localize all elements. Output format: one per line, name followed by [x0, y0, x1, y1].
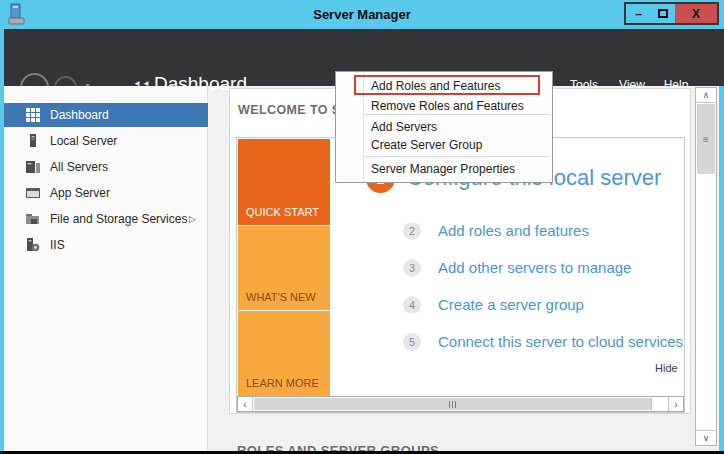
app-server-icon	[26, 186, 40, 200]
sidebar-item-file-and-storage-services[interactable]: File and Storage Services ▷	[4, 207, 208, 231]
sidebar-item-label: File and Storage Services	[50, 212, 187, 226]
hide-link[interactable]: Hide	[655, 362, 678, 374]
window-border-left	[0, 29, 4, 451]
menu-item-remove-roles-and-features[interactable]: Remove Roles and Features	[371, 97, 524, 115]
iis-icon	[26, 238, 40, 252]
maximize-button[interactable]	[651, 2, 677, 25]
horizontal-scroll-thumb[interactable]	[254, 398, 652, 410]
vertical-scrollbar[interactable]: ∧ ≡ ∨	[695, 87, 717, 446]
menu-item-add-servers[interactable]: Add Servers	[371, 118, 437, 136]
menu-separator	[364, 156, 550, 157]
learn-more-label: LEARN MORE	[246, 377, 319, 389]
step-4-badge: 4	[403, 296, 421, 314]
sidebar-item-local-server[interactable]: Local Server	[4, 129, 208, 153]
all-servers-icon	[26, 160, 40, 174]
sidebar-item-iis[interactable]: IIS	[4, 233, 208, 257]
step-5-badge: 5	[403, 333, 421, 351]
scroll-down-button[interactable]: ∨	[696, 430, 716, 445]
server-manager-window: Server Manager – X ← → ▼ ◄◄ Dashboard ▼	[0, 0, 724, 454]
step-5-number: 5	[409, 336, 415, 348]
scroll-right-icon: ›	[674, 399, 677, 410]
sidebar-item-label: IIS	[50, 238, 65, 252]
scroll-left-icon: ‹	[243, 399, 246, 410]
sidebar-item-label: Dashboard	[50, 108, 109, 122]
learn-more-tab[interactable]: LEARN MORE	[238, 311, 330, 396]
local-server-icon	[26, 134, 40, 148]
sidebar: Dashboard Local Server All Servers App	[4, 86, 208, 451]
step-2-badge: 2	[403, 222, 421, 240]
step-2-number: 2	[409, 225, 415, 237]
dashboard-grid-icon	[26, 108, 40, 122]
connect-cloud-services-link[interactable]: Connect this server to cloud services	[438, 333, 683, 351]
maximize-icon	[658, 9, 668, 18]
scroll-right-button[interactable]: ›	[668, 397, 683, 411]
scroll-up-icon: ∧	[703, 90, 710, 100]
create-server-group-link[interactable]: Create a server group	[438, 296, 584, 314]
add-other-servers-link[interactable]: Add other servers to manage	[438, 259, 631, 277]
manage-dropdown-menu: Add Roles and Features Remove Roles and …	[335, 71, 553, 183]
sidebar-item-label: Local Server	[50, 134, 117, 148]
sidebar-item-app-server[interactable]: App Server	[4, 181, 208, 205]
expand-arrow-icon[interactable]: ▷	[189, 214, 196, 224]
window-border-right	[719, 86, 724, 451]
window-title: Server Manager	[0, 0, 724, 29]
close-button[interactable]: X	[675, 2, 719, 25]
highlight-box	[354, 75, 540, 95]
step-3-badge: 3	[403, 259, 421, 277]
minimize-icon: –	[635, 7, 642, 21]
vertical-scroll-thumb[interactable]: ≡	[697, 104, 715, 174]
scroll-down-icon: ∨	[703, 433, 710, 443]
quick-start-tab[interactable]: QUICK START	[238, 139, 330, 225]
title-bar: Server Manager – X	[0, 0, 724, 29]
menu-item-server-manager-properties[interactable]: Server Manager Properties	[371, 160, 515, 178]
step-4-number: 4	[409, 299, 415, 311]
horizontal-scrollbar[interactable]: ‹ ›	[237, 396, 684, 412]
scroll-left-button[interactable]: ‹	[238, 397, 253, 411]
menu-separator	[364, 114, 550, 115]
thumb-grip-icon: ≡	[703, 134, 709, 145]
minimize-button[interactable]: –	[624, 2, 653, 25]
step-3-number: 3	[409, 262, 415, 274]
whats-new-tab[interactable]: WHAT'S NEW	[238, 226, 330, 310]
whats-new-label: WHAT'S NEW	[246, 291, 316, 303]
close-icon: X	[692, 7, 700, 21]
sidebar-item-label: All Servers	[50, 160, 108, 174]
add-roles-and-features-link[interactable]: Add roles and features	[438, 222, 589, 240]
menu-item-create-server-group[interactable]: Create Server Group	[371, 136, 482, 154]
sidebar-item-all-servers[interactable]: All Servers	[4, 155, 208, 179]
scroll-up-button[interactable]: ∧	[696, 88, 716, 103]
file-storage-icon	[26, 212, 40, 226]
sidebar-item-dashboard[interactable]: Dashboard	[4, 103, 208, 127]
quick-start-label: QUICK START	[246, 206, 319, 218]
sidebar-item-label: App Server	[50, 186, 110, 200]
